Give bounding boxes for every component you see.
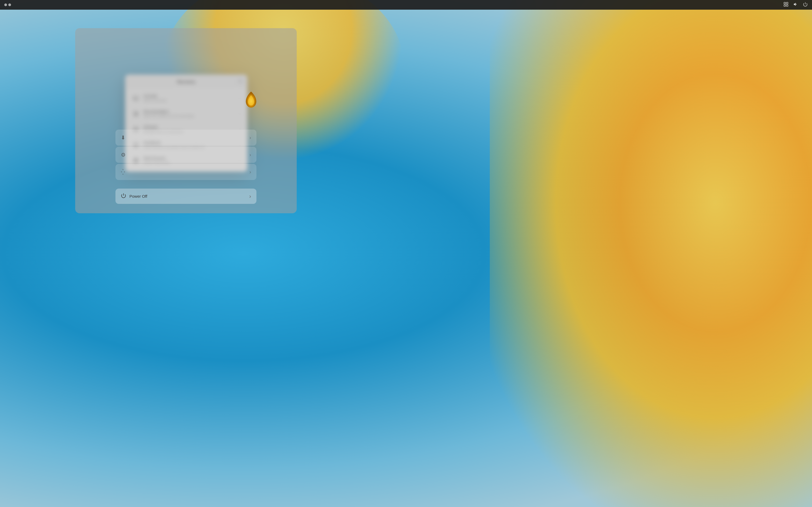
apps-icon: ⁛	[121, 169, 125, 175]
network-icon[interactable]	[783, 2, 789, 8]
svg-rect-3	[786, 5, 788, 6]
install-icon: ⬇	[121, 134, 125, 141]
power-off-chevron: ›	[249, 193, 251, 199]
bg-blob-right	[490, 0, 812, 507]
power-icon	[121, 193, 126, 200]
logo-area	[242, 90, 260, 110]
volume-icon[interactable]	[793, 2, 798, 8]
topbar-dots	[4, 3, 11, 6]
chevron-icon: ›	[249, 152, 251, 158]
vanilla-os-logo	[242, 90, 260, 109]
overlay-panel: ⬇ › ⚙ › ⁛ › Power Off	[75, 28, 297, 213]
topbar-left	[4, 3, 11, 6]
svg-rect-1	[786, 2, 788, 4]
shutdown-icon[interactable]	[803, 2, 808, 8]
bg-menu: ⬇ › ⚙ › ⁛ ›	[115, 129, 256, 181]
topbar	[0, 0, 812, 10]
power-off-row[interactable]: Power Off ›	[115, 188, 256, 204]
bg-menu-item-apps: ⁛ ›	[115, 164, 256, 180]
power-off-label: Power Off	[130, 194, 147, 199]
chevron-icon: ›	[249, 169, 251, 175]
topbar-right	[783, 2, 808, 8]
topbar-dot-1	[4, 3, 7, 6]
settings-icon: ⚙	[121, 152, 126, 158]
bg-menu-item-install: ⬇ ›	[115, 129, 256, 146]
svg-rect-0	[784, 2, 786, 4]
svg-rect-2	[784, 5, 786, 6]
chevron-icon: ›	[249, 135, 251, 140]
topbar-dot-2	[8, 3, 11, 6]
bg-menu-item-settings: ⚙ ›	[115, 147, 256, 163]
